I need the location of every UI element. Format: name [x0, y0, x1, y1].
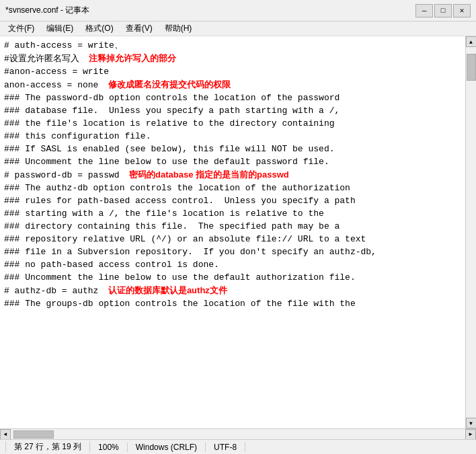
editor-line: anon-access = none 修改成匿名没有提交代码的权限: [4, 78, 461, 91]
editor-line: ### this configuration file.: [4, 130, 461, 143]
menu-view[interactable]: 查看(V): [120, 22, 158, 36]
editor-line: ### file in a Subversion repository. If …: [4, 245, 461, 258]
editor-line: ### directory containing this file. The …: [4, 220, 461, 233]
menu-help[interactable]: 帮助(H): [159, 22, 198, 36]
editor-line: # authz-db = authz 认证的数据库默认是authz文件: [4, 284, 461, 297]
editor-line: #设置允许匿名写入 注释掉允许写入的部分: [4, 52, 461, 65]
cursor-position: 第 27 行，第 19 列: [5, 441, 90, 453]
status-bar: 第 27 行，第 19 列 100% Windows (CRLF) UTF-8: [0, 439, 476, 454]
maximize-button[interactable]: □: [434, 4, 452, 17]
horizontal-scrollbar[interactable]: ◄ ►: [0, 428, 476, 439]
window-controls: — □ ✕: [415, 4, 471, 17]
editor-line: ### database file. Unless you specify a …: [4, 104, 461, 117]
menu-bar: 文件(F) 编辑(E) 格式(O) 查看(V) 帮助(H): [0, 22, 476, 36]
editor-line: ### If SASL is enabled (see below), this…: [4, 143, 461, 155]
editor-line: # auth-access = write、: [4, 39, 461, 52]
editor-line: ### The groups-db option controls the lo…: [4, 297, 461, 310]
editor-line: ### The password-db option controls the …: [4, 91, 461, 104]
annotation-text: 认证的数据库默认是authz文件: [98, 285, 227, 295]
annotation-text: 修改成匿名没有提交代码的权限: [98, 79, 230, 89]
editor-line: ### The authz-db option controls the loc…: [4, 182, 461, 194]
scroll-h-track[interactable]: [11, 430, 465, 439]
scroll-down-arrow[interactable]: ▼: [466, 418, 477, 428]
scroll-up-arrow[interactable]: ▲: [466, 36, 477, 47]
editor-line: ### Uncomment the line below to use the …: [4, 155, 461, 168]
scroll-left-arrow[interactable]: ◄: [0, 429, 11, 440]
menu-edit[interactable]: 编辑(E): [41, 22, 79, 36]
editor-line: ### no path-based access control is done…: [4, 258, 461, 271]
vertical-scrollbar[interactable]: ▲ ▼: [465, 36, 476, 428]
title-bar: *svnserve.conf - 记事本 — □ ✕: [0, 0, 476, 22]
scroll-thumb[interactable]: [467, 54, 476, 81]
editor-line: ### repository relative URL (^/) or an a…: [4, 233, 461, 245]
editor-line: ### the file's location is relative to t…: [4, 117, 461, 130]
scroll-track[interactable]: [466, 47, 476, 418]
close-button[interactable]: ✕: [453, 4, 471, 17]
scroll-right-arrow[interactable]: ►: [465, 429, 476, 440]
zoom-level: 100%: [90, 443, 128, 452]
menu-format[interactable]: 格式(O): [80, 22, 118, 36]
annotation-text: 密码的database 指定的是当前的passwd: [120, 169, 289, 180]
editor-line: # password-db = passwd 密码的database 指定的是当…: [4, 168, 461, 182]
editor-content[interactable]: # auth-access = write、#设置允许匿名写入 注释掉允许写入的…: [0, 36, 465, 428]
editor-line: ### starting with a /, the file's locati…: [4, 207, 461, 220]
scroll-h-thumb[interactable]: [13, 430, 54, 439]
minimize-button[interactable]: —: [415, 4, 433, 17]
annotation-text: 注释掉允许写入的部分: [79, 53, 176, 63]
line-ending: Windows (CRLF): [128, 443, 206, 452]
menu-file[interactable]: 文件(F): [3, 22, 40, 36]
editor-line: ### rules for path-based access control.…: [4, 194, 461, 207]
editor-line: ### Uncomment the line below to use the …: [4, 271, 461, 284]
editor-container: # auth-access = write、#设置允许匿名写入 注释掉允许写入的…: [0, 36, 476, 428]
editor-line: #anon-access = write: [4, 65, 461, 78]
encoding: UTF-8: [206, 443, 245, 452]
window-title: *svnserve.conf - 记事本: [5, 5, 89, 16]
